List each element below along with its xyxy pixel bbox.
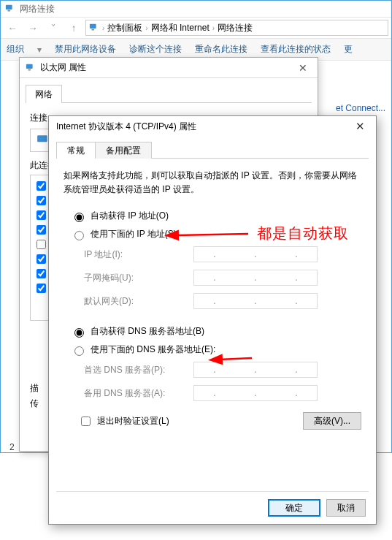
item-checkbox[interactable] <box>36 284 46 293</box>
ipv4-footer: 确定 取消 <box>268 499 366 517</box>
ip-fields: IP 地址(I): ... 子网掩码(U): ... 默认网关(D): ... <box>84 246 361 309</box>
forward-button[interactable]: → <box>24 19 42 37</box>
explorer-titlebar: 网络连接 <box>1 1 391 17</box>
radio-ip-auto[interactable]: 自动获得 IP 地址(O) <box>71 210 361 222</box>
svg-rect-1 <box>8 10 11 12</box>
connection-item[interactable]: et Connect... <box>336 103 385 113</box>
svg-rect-2 <box>90 24 96 28</box>
svg-rect-5 <box>28 69 31 70</box>
close-button[interactable]: ✕ <box>351 120 369 133</box>
svg-rect-4 <box>26 64 33 68</box>
dns-fields: 首选 DNS 服务器(P): ... 备用 DNS 服务器(A): ... <box>84 362 361 401</box>
svg-rect-6 <box>37 135 47 142</box>
radio-ip-manual-label: 使用下面的 IP 地址(S): <box>91 228 179 240</box>
preferred-dns-label: 首选 DNS 服务器(P): <box>84 364 193 376</box>
gateway-label: 默认网关(D): <box>84 295 193 308</box>
radio-ip-manual-input[interactable] <box>74 231 84 240</box>
up-button[interactable]: ↑ <box>65 19 82 37</box>
validate-checkbox[interactable] <box>81 417 91 426</box>
chevron-right-icon: › <box>212 24 215 32</box>
back-button[interactable]: ← <box>4 19 21 37</box>
chevron-right-icon: › <box>102 24 104 32</box>
advanced-button[interactable]: 高级(V)... <box>303 412 361 430</box>
alternate-dns-label: 备用 DNS 服务器(A): <box>84 387 193 400</box>
subnet-mask-label: 子网掩码(U): <box>84 272 193 284</box>
item-checkbox[interactable] <box>36 269 46 278</box>
ipv4-dialog: Internet 协议版本 4 (TCP/IPv4) 属性 ✕ 常规 备用配置 … <box>48 115 377 525</box>
ipv4-tabs: 常规 备用配置 <box>56 141 369 159</box>
item-count: 2 <box>9 442 15 452</box>
breadcrumb-1[interactable]: 控制面板 <box>107 22 142 34</box>
ethernet-tabs: 网络 <box>26 84 312 103</box>
item-checkbox[interactable] <box>36 210 46 220</box>
toolbar-more[interactable]: 更 <box>344 43 353 56</box>
radio-dns-auto-label: 自动获得 DNS 服务器地址(B) <box>91 325 204 338</box>
footer-separator <box>56 491 369 492</box>
radio-dns-manual-label: 使用下面的 DNS 服务器地址(E): <box>91 343 215 356</box>
ipv4-titlebar: Internet 协议版本 4 (TCP/IPv4) 属性 ✕ <box>49 116 376 137</box>
toolbar-status[interactable]: 查看此连接的状态 <box>261 43 331 56</box>
radio-dns-manual-input[interactable] <box>74 346 84 356</box>
subnet-mask-input: ... <box>193 270 318 286</box>
network-icon <box>5 4 15 14</box>
chevron-right-icon: › <box>145 24 147 32</box>
ipv4-description: 如果网络支持此功能，则可以获取自动指派的 IP 设置。否则，你需要从网络系统管理… <box>64 169 361 197</box>
item-checkbox[interactable] <box>36 181 46 191</box>
ethernet-titlebar: 以太网 属性 ✕ <box>20 58 318 78</box>
toolbar-rename[interactable]: 重命名此连接 <box>195 43 247 56</box>
close-button[interactable]: ✕ <box>294 62 312 74</box>
gateway-input: ... <box>193 293 318 309</box>
ipv4-title: Internet 协议版本 4 (TCP/IPv4) 属性 <box>56 121 351 133</box>
ip-address-input: ... <box>193 246 318 262</box>
item-checkbox[interactable] <box>36 196 46 205</box>
radio-dns-manual[interactable]: 使用下面的 DNS 服务器地址(E): <box>71 343 361 356</box>
breadcrumb-3[interactable]: 网络连接 <box>218 22 253 34</box>
toolbar-diagnose[interactable]: 诊断这个连接 <box>129 43 182 56</box>
annotation-text: 都是自动获取 <box>257 224 349 243</box>
tab-general[interactable]: 常规 <box>56 142 96 159</box>
recent-dropdown[interactable]: ˅ <box>45 19 62 37</box>
explorer-title: 网络连接 <box>20 3 55 15</box>
radio-ip-auto-input[interactable] <box>74 213 84 222</box>
toolbar-organize[interactable]: 组织 <box>7 43 24 56</box>
ok-button[interactable]: 确定 <box>268 499 320 517</box>
ethernet-title: 以太网 属性 <box>40 61 294 74</box>
toolbar-disable[interactable]: 禁用此网络设备 <box>55 43 116 56</box>
preferred-dns-input: ... <box>193 362 318 378</box>
svg-rect-3 <box>92 29 95 31</box>
ip-address-label: IP 地址(I): <box>84 248 193 261</box>
tab-network[interactable]: 网络 <box>26 85 62 103</box>
item-checkbox[interactable] <box>36 225 46 235</box>
explorer-navbar: ← → ˅ ↑ › 控制面板 › 网络和 Internet › 网络连接 <box>1 17 391 39</box>
network-icon <box>26 63 36 73</box>
breadcrumb[interactable]: › 控制面板 › 网络和 Internet › 网络连接 <box>85 20 388 36</box>
radio-ip-auto-label: 自动获得 IP 地址(O) <box>91 210 169 222</box>
validate-label: 退出时验证设置(L) <box>97 415 169 427</box>
tab-alternate[interactable]: 备用配置 <box>95 142 152 159</box>
network-icon <box>89 23 99 33</box>
item-checkbox[interactable] <box>36 240 46 249</box>
item-checkbox[interactable] <box>36 254 46 264</box>
cancel-button[interactable]: 取消 <box>326 499 366 517</box>
alternate-dns-input: ... <box>193 385 318 401</box>
description-heading: 描 传 <box>30 382 39 410</box>
breadcrumb-2[interactable]: 网络和 Internet <box>151 22 210 34</box>
radio-dns-auto[interactable]: 自动获得 DNS 服务器地址(B) <box>71 325 361 338</box>
radio-dns-auto-input[interactable] <box>74 328 84 338</box>
svg-rect-0 <box>6 5 12 9</box>
